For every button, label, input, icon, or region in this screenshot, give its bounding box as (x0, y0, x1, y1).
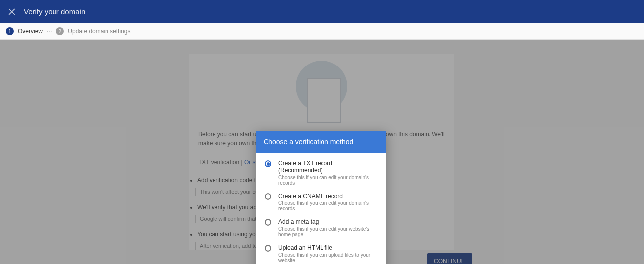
step-separator: ··· (47, 29, 52, 34)
page-title: Verify your domain (24, 7, 85, 16)
option-sub: Choose this if you can edit your website… (278, 226, 377, 237)
option-title: Upload an HTML file (278, 244, 377, 251)
radio-icon (265, 219, 271, 226)
dialog-title: Choose a verification method (256, 131, 386, 153)
step-badge: 1 (6, 27, 14, 35)
radio-icon (265, 160, 271, 167)
step-label: Overview (18, 28, 43, 35)
stepper: 1 Overview ··· 2 Update domain settings (0, 23, 644, 40)
radio-icon (265, 193, 271, 200)
dialog-body: Create a TXT record (Recommended) Choose… (256, 153, 386, 264)
step-badge: 2 (56, 27, 64, 35)
option-title: Add a meta tag (278, 218, 377, 225)
topbar: Verify your domain (0, 0, 644, 23)
option-sub: Choose this if you can upload files to y… (278, 252, 377, 263)
radio-icon (265, 245, 271, 252)
option-txt-record[interactable]: Create a TXT record (Recommended) Choose… (265, 160, 377, 186)
step-label: Update domain settings (68, 28, 130, 35)
close-icon[interactable] (7, 7, 17, 17)
option-html-file[interactable]: Upload an HTML file Choose this if you c… (265, 244, 377, 263)
step-update-domain[interactable]: 2 Update domain settings (56, 27, 130, 35)
stage: Before you can start using your Google s… (0, 40, 644, 264)
option-title: Create a TXT record (Recommended) (278, 160, 377, 174)
step-overview[interactable]: 1 Overview (6, 27, 43, 35)
option-cname-record[interactable]: Create a CNAME record Choose this if you… (265, 193, 377, 211)
option-sub: Choose this if you can edit your domain'… (278, 200, 377, 211)
option-title: Create a CNAME record (278, 193, 377, 199)
option-meta-tag[interactable]: Add a meta tag Choose this if you can ed… (265, 218, 377, 237)
verification-dialog: Choose a verification method Create a TX… (256, 131, 386, 264)
option-sub: Choose this if you can edit your domain'… (278, 175, 377, 186)
